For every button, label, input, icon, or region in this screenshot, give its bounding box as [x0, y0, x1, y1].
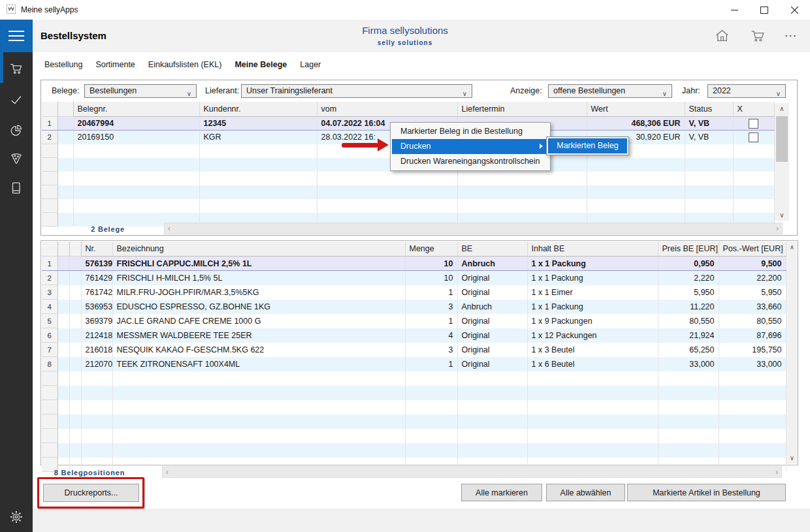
anzeige-select[interactable]: offene Bestellungen ∨: [548, 84, 672, 98]
annotation-arrow-head: [378, 138, 389, 151]
col-inhalt-be[interactable]: Inhalt BE: [527, 242, 658, 257]
anzeige-select-value: offene Bestellungen: [553, 86, 625, 95]
col-wert[interactable]: Wert: [587, 102, 685, 117]
submenu-arrow-icon: [540, 144, 543, 149]
maximize-button[interactable]: [749, 0, 779, 20]
scroll-right-icon[interactable]: ›: [776, 224, 779, 234]
col-be[interactable]: BE: [457, 242, 527, 257]
menu-item-drucken-wareneingang[interactable]: Drucken Wareneingangskontrollschein: [392, 154, 549, 169]
belege-label: Belege:: [52, 86, 79, 95]
scroll-left-icon[interactable]: ‹: [166, 467, 169, 477]
scrollbar-thumb[interactable]: [776, 116, 788, 162]
empty-row: [42, 429, 786, 443]
position-row-3[interactable]: 3 761742 MILR.FRU-JOGH.PFIR/MAR.3,5%5KG …: [42, 285, 786, 300]
settings-button[interactable]: [9, 510, 24, 524]
tab-bestellung[interactable]: Bestellung: [44, 60, 82, 69]
col-vom[interactable]: vom: [317, 102, 457, 117]
context-submenu: Markierten Beleg: [546, 136, 629, 155]
title-bar: Meine sellyApps: [0, 0, 810, 20]
window-title: Meine sellyApps: [21, 5, 78, 14]
col-x[interactable]: X: [733, 102, 774, 117]
chevron-down-icon: ∨: [462, 87, 467, 98]
footer-strip: [33, 509, 810, 532]
scroll-right-icon[interactable]: ›: [775, 467, 778, 477]
col-liefertermin[interactable]: Liefertermin: [457, 102, 587, 117]
pizza-icon: [9, 156, 24, 167]
position-row-4[interactable]: 4 5369532 EDUSCHO ESPRESSO, GZ.BOHNE 1KG…: [42, 300, 786, 314]
col-preis-be[interactable]: Preis BE [EUR]: [658, 242, 719, 257]
minimize-button[interactable]: [719, 0, 749, 20]
close-button[interactable]: [779, 0, 809, 20]
position-row-7[interactable]: 7 216018 NESQUIK KAKAO F-GESCHM.5KG 622 …: [42, 343, 786, 357]
position-row-5[interactable]: 5 369379 JAC.LE GRAND CAFE CREME 1000 G …: [42, 314, 786, 328]
row-checkbox[interactable]: [749, 119, 758, 129]
submenu-item-markierten-beleg[interactable]: Markierten Beleg: [548, 138, 627, 153]
scroll-up-icon[interactable]: ∧: [786, 242, 798, 253]
more-icon[interactable]: ···: [785, 31, 798, 40]
col-nr[interactable]: Nr.: [81, 242, 112, 257]
position-row-8[interactable]: 8 212070 TEEK ZITRONENSAFT 100X4ML 1 Ori…: [42, 357, 786, 371]
empty-row: [42, 172, 774, 185]
tab-bar: Bestellung Sortimente Einkaufslisten (EK…: [44, 60, 321, 69]
scroll-left-icon[interactable]: ‹: [168, 224, 170, 234]
scroll-down-icon[interactable]: ∨: [775, 210, 789, 221]
lieferant-select-value: Unser Trainingslieferant: [246, 86, 332, 95]
tab-sortimente[interactable]: Sortimente: [95, 60, 135, 69]
col-menge[interactable]: Menge: [405, 242, 457, 257]
sidebar-item-bestellung[interactable]: [9, 61, 24, 76]
alle-abwaehlen-button[interactable]: Alle abwählen: [546, 484, 625, 501]
app-window: Meine sellyApps Bestellsystem Firma s: [0, 0, 810, 532]
home-button[interactable]: [714, 27, 730, 46]
orders-header-row: Belegnr. Kundennr. vom Liefertermin Wert…: [42, 102, 774, 117]
col-belegnr[interactable]: Belegnr.: [73, 102, 199, 117]
sidebar-item-bestaetigen[interactable]: [9, 93, 24, 107]
positions-horizontal-scrollbar[interactable]: ‹ ›: [162, 466, 782, 478]
cart-icon: [9, 67, 24, 78]
markierte-artikel-button[interactable]: Markierte Artikel in Bestellung: [627, 484, 786, 501]
header-bar: [33, 20, 810, 52]
belege-select-value: Bestellungen: [89, 86, 137, 95]
sidebar: [0, 20, 33, 532]
tab-meine-belege[interactable]: Meine Belege: [235, 60, 287, 69]
context-menu: Markierter Beleg in die Bestellung Druck…: [390, 122, 551, 171]
row-checkbox[interactable]: [749, 133, 758, 142]
col-status[interactable]: Status: [685, 102, 733, 117]
orders-count: 2 Belege: [69, 225, 147, 233]
jahr-select[interactable]: 2022 ∨: [707, 84, 786, 98]
sidebar-item-statistik[interactable]: [9, 123, 24, 138]
sidebar-item-sortiment[interactable]: [9, 151, 24, 165]
jahr-select-value: 2022: [713, 86, 731, 95]
col-kundennr[interactable]: Kundennr.: [199, 102, 317, 117]
header-cart-button[interactable]: [749, 27, 766, 47]
positions-count: 8 Belegpositionen: [40, 469, 138, 477]
tab-lager[interactable]: Lager: [300, 60, 321, 69]
position-row-1[interactable]: 1 5761394 FRISCHLI CAPPUC.MILCH 2,5% 1L …: [42, 257, 786, 271]
anzeige-label: Anzeige:: [510, 86, 542, 95]
positions-table: Nr. Bezeichnung Menge BE Inhalt BE Preis…: [42, 242, 786, 472]
position-row-2[interactable]: 2 761429 FRISCHLI H-MILCH 1,5% 5L 10 Ori…: [42, 271, 786, 285]
positions-panel: Nr. Bezeichnung Menge BE Inhalt BE Preis…: [40, 240, 798, 465]
check-icon: [9, 98, 24, 109]
orders-vertical-scrollbar[interactable]: ∧ ∨: [775, 103, 789, 221]
book-icon: [9, 186, 24, 197]
menu-item-drucken[interactable]: Drucken: [392, 139, 549, 154]
positions-vertical-scrollbar[interactable]: ∧ ∨: [786, 242, 798, 463]
belege-select[interactable]: Bestellungen ∨: [84, 84, 197, 98]
orders-horizontal-scrollbar[interactable]: ‹ ›: [164, 223, 783, 234]
chevron-down-icon: ∨: [662, 87, 667, 98]
tab-einkaufslisten[interactable]: Einkaufslisten (EKL): [148, 60, 222, 69]
lieferant-select[interactable]: Unser Trainingslieferant ∨: [241, 84, 472, 98]
lieferant-label: Lieferant:: [205, 86, 239, 95]
position-row-6[interactable]: 6 212418 MESSMER WALDBEERE TEE 25ER 4 Or…: [42, 328, 786, 343]
col-pos-wert[interactable]: Pos.-Wert [EUR]: [719, 242, 786, 257]
scroll-down-icon[interactable]: ∨: [786, 452, 798, 463]
menu-icon[interactable]: [0, 20, 33, 52]
scroll-up-icon[interactable]: ∧: [775, 103, 789, 114]
pie-chart-icon: [9, 129, 24, 140]
sidebar-item-katalog[interactable]: [9, 181, 24, 195]
col-bezeichnung[interactable]: Bezeichnung: [112, 242, 405, 257]
empty-row: [42, 386, 786, 400]
empty-row: [42, 371, 786, 386]
menu-item-markierter-beleg[interactable]: Markierter Beleg in die Bestellung: [392, 124, 549, 139]
alle-markieren-button[interactable]: Alle markieren: [461, 484, 542, 501]
